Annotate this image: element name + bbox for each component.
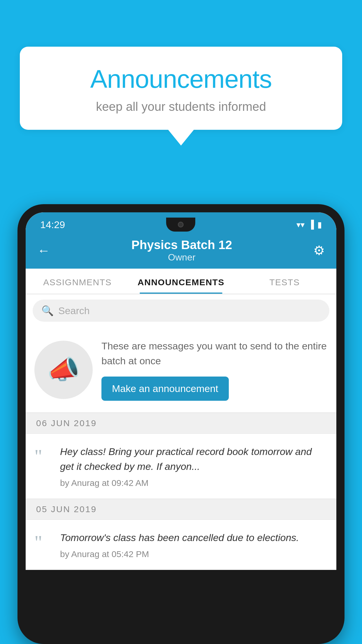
message-item-2[interactable]: " Tomorrow's class has been cancelled du… (26, 520, 336, 570)
make-announcement-button[interactable]: Make an announcement (101, 377, 229, 401)
bubble-subtitle: keep all your students informed (43, 100, 319, 114)
settings-gear-icon[interactable]: ⚙ (313, 243, 325, 258)
phone-mockup: 14:29 ▾▾ ▐ ▮ ← Physics Batch 12 Owner ⚙ (17, 204, 345, 644)
message-content-2: Tomorrow's class has been cancelled due … (60, 530, 328, 559)
phone-outer-shell: 14:29 ▾▾ ▐ ▮ ← Physics Batch 12 Owner ⚙ (17, 204, 345, 644)
tab-assignments[interactable]: ASSIGNMENTS (26, 269, 129, 294)
phone-notch (166, 218, 195, 232)
message-author-1: by Anurag at 09:42 AM (60, 478, 328, 488)
battery-icon: ▮ (317, 220, 322, 230)
announcement-right-content: These are messages you want to send to t… (101, 339, 328, 401)
status-time: 14:29 (40, 219, 65, 230)
phone-screen: 🔍 Search 📣 These are messages you want t… (26, 294, 336, 570)
tab-tests[interactable]: TESTS (233, 269, 336, 294)
front-camera (178, 222, 184, 228)
quote-icon-2: " (34, 533, 52, 552)
status-icons: ▾▾ ▐ ▮ (296, 220, 322, 230)
tab-announcements[interactable]: ANNOUNCEMENTS (129, 269, 233, 294)
header-role-subtitle: Owner (131, 252, 232, 263)
quote-icon-1: " (34, 447, 52, 466)
app-header: ← Physics Batch 12 Owner ⚙ (26, 232, 336, 269)
header-batch-title: Physics Batch 12 (131, 238, 232, 252)
phone-inner: 14:29 ▾▾ ▐ ▮ ← Physics Batch 12 Owner ⚙ (26, 212, 336, 570)
announcement-icon-circle: 📣 (34, 341, 93, 399)
message-author-2: by Anurag at 05:42 PM (60, 549, 328, 559)
date-separator-1: 06 JUN 2019 (26, 413, 336, 434)
tabs-bar: ASSIGNMENTS ANNOUNCEMENTS TESTS (26, 269, 336, 294)
header-title-block: Physics Batch 12 Owner (131, 238, 232, 263)
message-text-2: Tomorrow's class has been cancelled due … (60, 530, 328, 545)
megaphone-icon: 📣 (47, 354, 80, 385)
search-bar-container: 🔍 Search (26, 294, 336, 327)
bubble-arrow (168, 130, 194, 146)
search-placeholder-text: Search (58, 305, 90, 316)
message-text-1: Hey class! Bring your practical record b… (60, 444, 328, 474)
wifi-icon: ▾▾ (296, 220, 305, 230)
announcement-prompt-section: 📣 These are messages you want to send to… (26, 327, 336, 413)
speech-bubble-card: Announcements keep all your students inf… (20, 47, 342, 130)
speech-bubble-section: Announcements keep all your students inf… (20, 47, 342, 146)
signal-icon: ▐ (308, 220, 314, 229)
search-bar[interactable]: 🔍 Search (33, 300, 329, 322)
date-separator-2: 05 JUN 2019 (26, 499, 336, 520)
message-content-1: Hey class! Bring your practical record b… (60, 444, 328, 488)
bubble-title: Announcements (43, 64, 319, 94)
announcement-description: These are messages you want to send to t… (101, 339, 328, 368)
back-button[interactable]: ← (37, 243, 50, 258)
search-icon: 🔍 (41, 305, 54, 316)
status-bar: 14:29 ▾▾ ▐ ▮ (26, 212, 336, 232)
message-item-1[interactable]: " Hey class! Bring your practical record… (26, 434, 336, 499)
